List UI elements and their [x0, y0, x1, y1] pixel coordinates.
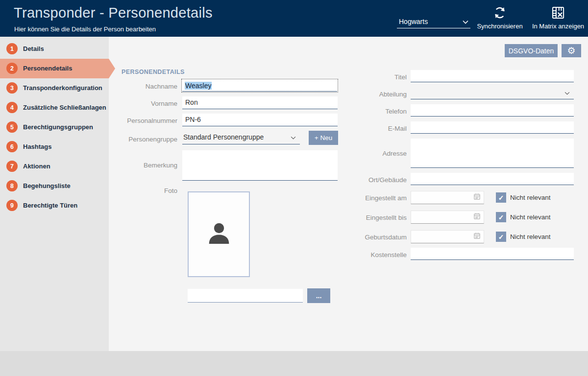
page-subtitle: Hier können Sie die Details der Person b… — [14, 25, 156, 33]
vorname-input[interactable] — [182, 96, 338, 109]
abteilung-select[interactable] — [411, 87, 574, 99]
person-silhouette-icon — [203, 217, 235, 252]
eingestellt-am-nicht-relevant-checkbox[interactable]: ✓ — [496, 192, 506, 203]
vorname-label: Vorname — [114, 100, 177, 107]
personengruppe-value: Standard Personengruppe — [183, 133, 264, 141]
browse-photo-button[interactable]: ... — [307, 288, 330, 303]
nicht-relevant-label: Nicht relevant — [510, 213, 551, 221]
eingestellt-am-date-input[interactable] — [411, 191, 484, 204]
project-selector[interactable]: Hogwarts — [397, 16, 470, 28]
check-icon: ✓ — [498, 213, 504, 221]
step-number-badge: 6 — [6, 141, 18, 152]
kostenstelle-label: Kostenstelle — [343, 251, 407, 258]
step-number-badge: 3 — [6, 82, 18, 94]
eingestellt-am-label: Eingestellt am — [343, 194, 407, 202]
active-step-arrow — [109, 59, 115, 78]
gear-icon: ⚙ — [567, 46, 575, 55]
sidebar-item-personendetails[interactable]: 2 Personendetails — [0, 59, 109, 78]
sidebar-item-details[interactable]: 1 Details — [0, 39, 109, 59]
adresse-textarea[interactable] — [411, 139, 574, 168]
step-number-badge: 5 — [6, 121, 18, 133]
sidebar-item-berechtigungsgruppen[interactable]: 5 Berechtigungsgruppen — [0, 118, 109, 137]
header-bar: Transponder - Personendetails Hier könne… — [0, 0, 588, 37]
synchronize-button[interactable]: Synchronisieren — [466, 6, 533, 30]
titel-input[interactable] — [411, 70, 574, 82]
email-input[interactable] — [411, 121, 574, 134]
sidebar-item-begehungsliste[interactable]: 8 Begehungsliste — [0, 176, 109, 196]
step-number-badge: 7 — [6, 161, 18, 172]
page-title: Transponder - Personendetails — [14, 5, 213, 21]
sidebar-item-transponderkonfiguration[interactable]: 3 Transponderkonfiguration — [0, 78, 109, 98]
eingestellt-bis-date-input[interactable] — [411, 211, 484, 224]
chevron-down-icon — [564, 89, 570, 96]
titel-label: Titel — [343, 73, 407, 81]
nachname-input[interactable]: Weasley — [182, 80, 337, 92]
step-number-badge: 8 — [6, 180, 18, 191]
telefon-label: Telefon — [343, 108, 407, 115]
personalnummer-input[interactable] — [182, 114, 338, 126]
bemerkung-textarea[interactable] — [182, 150, 338, 181]
geburtsdatum-date-input[interactable] — [411, 230, 484, 243]
calendar-icon — [473, 212, 481, 222]
calendar-icon — [473, 193, 481, 202]
eingestellt-bis-label: Eingestellt bis — [343, 214, 407, 221]
footer-bar: < Zurück Weiter > Fertigstellen Abbreche… — [0, 351, 588, 376]
kostenstelle-input[interactable] — [411, 248, 574, 260]
adresse-label: Adresse — [343, 150, 407, 157]
personengruppe-select[interactable]: Standard Personengruppe — [182, 131, 300, 144]
abteilung-label: Abteilung — [343, 91, 407, 98]
settings-gear-button[interactable]: ⚙ — [562, 44, 581, 57]
project-selector-value: Hogwarts — [399, 18, 428, 25]
sidebar-item-berechtigte-tueren[interactable]: 9 Berechtigte Türen — [0, 196, 109, 215]
nicht-relevant-label: Nicht relevant — [510, 194, 551, 201]
geburtsdatum-label: Geburtsdatum — [343, 234, 407, 241]
selected-text: Weasley — [185, 82, 212, 90]
bemerkung-label: Bemerkung — [114, 162, 177, 169]
step-number-badge: 9 — [6, 200, 18, 211]
dsgvo-data-button[interactable]: DSGVO-Daten — [505, 44, 558, 57]
nachname-label: Nachname — [114, 83, 177, 90]
telefon-input[interactable] — [411, 104, 574, 117]
check-icon: ✓ — [498, 194, 504, 202]
sidebar-item-hashtags[interactable]: 6 Hashtags — [0, 137, 109, 157]
ort-gebaeude-input[interactable] — [411, 173, 574, 185]
sync-refresh-icon — [493, 13, 507, 21]
new-person-group-button[interactable]: + Neu — [309, 131, 338, 145]
show-in-matrix-button[interactable]: In Matrix anzeigen — [529, 6, 587, 30]
section-title: PERSONENDETAILS — [122, 69, 185, 75]
personalnummer-label: Personalnummer — [114, 117, 177, 124]
step-number-badge: 4 — [6, 102, 18, 113]
nicht-relevant-label: Nicht relevant — [510, 233, 551, 240]
check-icon: ✓ — [498, 233, 504, 241]
calendar-icon — [473, 232, 481, 241]
wizard-step-sidebar: 1 Details 2 Personendetails 3 Transponde… — [0, 37, 109, 351]
photo-path-input[interactable] — [188, 289, 303, 303]
step-number-badge: 1 — [6, 43, 18, 54]
foto-label: Foto — [114, 187, 177, 194]
personengruppe-label: Personengruppe — [114, 136, 177, 143]
step-number-badge: 2 — [6, 63, 18, 74]
email-label: E-Mail — [343, 125, 407, 132]
chevron-down-icon — [291, 133, 296, 141]
matrix-grid-icon — [551, 13, 565, 21]
sidebar-item-zusaetzliche-schliessanlagen[interactable]: 4 Zusätzliche Schließanlagen — [0, 98, 109, 118]
photo-placeholder[interactable] — [188, 191, 250, 277]
geburtsdatum-nicht-relevant-checkbox[interactable]: ✓ — [496, 232, 506, 242]
nachname-field[interactable]: Weasley — [181, 79, 338, 93]
sidebar-item-aktionen[interactable]: 7 Aktionen — [0, 157, 109, 176]
eingestellt-bis-nicht-relevant-checkbox[interactable]: ✓ — [496, 212, 506, 222]
matrix-label: In Matrix anzeigen — [529, 23, 587, 30]
ort-gebaeude-label: Ort/Gebäude — [343, 176, 407, 184]
synchronize-label: Synchronisieren — [466, 23, 533, 30]
